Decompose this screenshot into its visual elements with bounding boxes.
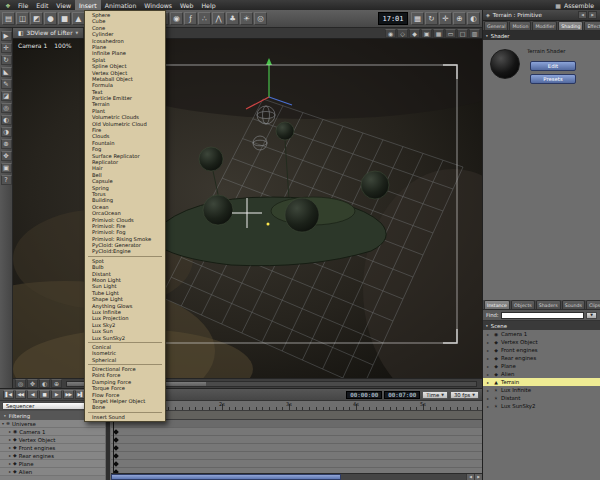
tab-effects[interactable]: Effects [584, 21, 600, 30]
tab-instance[interactable]: Instance [484, 300, 510, 309]
time-mode-dropdown[interactable]: Time ▼ [422, 391, 448, 399]
expand-icon[interactable]: ▸ [487, 372, 491, 377]
scroll-right-icon[interactable]: ▶ [474, 474, 482, 480]
find-filter-dropdown[interactable]: ▼ [586, 312, 597, 319]
insert-particle-emitter-icon[interactable]: ∴ [198, 12, 211, 25]
nav-forward-icon[interactable]: ▶ [588, 11, 597, 19]
insert-metaball-icon[interactable]: ◉ [170, 12, 183, 25]
app-logo-icon[interactable]: ❖ [2, 2, 14, 9]
expand-icon[interactable]: ▸ [9, 429, 11, 434]
go-start-icon[interactable]: ▌◀ [3, 390, 14, 399]
timeline-track[interactable] [111, 436, 482, 444]
scene-item[interactable]: ▸◆Alien [483, 370, 600, 378]
edit-shader-button[interactable]: Edit [530, 61, 576, 71]
zoom-tool-icon[interactable]: ⊕ [1, 139, 12, 149]
sequencer-item[interactable]: ▸◆Plane [0, 460, 105, 468]
fps-dropdown[interactable]: 30 fps ▼ [450, 391, 479, 399]
insert-formula-icon[interactable]: ƒ [184, 12, 197, 25]
viewport-tab[interactable]: ◧ 3DView of Lifter ▼ [13, 28, 84, 38]
shader-preview-sphere[interactable] [490, 49, 520, 79]
timeline-track[interactable] [111, 428, 482, 436]
sequencer-item[interactable]: ▸◆Rear engines [0, 452, 105, 460]
keyframe-marker[interactable] [113, 461, 119, 467]
scene-item[interactable]: ▸☀Lux Infinite [483, 386, 600, 394]
camera-label[interactable]: Camera 1 100% [18, 42, 71, 49]
shaded-mode-icon[interactable]: ◆ [409, 29, 420, 38]
camera-view-icon[interactable]: ◉ [385, 29, 396, 38]
scene-item[interactable]: ▸◆Vertex Object [483, 338, 600, 346]
horizontal-scrollbar[interactable]: ◀ ▶ [111, 473, 482, 480]
playhead[interactable] [113, 420, 114, 473]
vp-zoom-icon[interactable]: ⊕ [51, 379, 62, 388]
play-reverse-icon[interactable]: ◀ [27, 390, 38, 399]
nav-back-icon[interactable]: ◀ [578, 11, 587, 19]
tab-objects[interactable]: Objects [511, 300, 535, 309]
expand-icon[interactable]: ▸ [487, 348, 491, 353]
timeline-track[interactable] [111, 460, 482, 468]
keyframe-marker[interactable] [113, 437, 119, 443]
display-mode-icon[interactable]: ▣ [1, 163, 12, 173]
scrollbar-thumb[interactable] [111, 474, 341, 480]
insert-sphere-icon[interactable]: ● [44, 12, 57, 25]
scrollbar-track[interactable] [341, 474, 466, 480]
tab-sounds[interactable]: Sounds [562, 300, 585, 309]
find-input[interactable] [501, 312, 584, 319]
timeline-tracks[interactable]: ◀ ▶ [111, 420, 482, 480]
marker-strip[interactable] [111, 411, 482, 420]
insert-camera-icon[interactable]: ◎ [254, 12, 267, 25]
camera-dolly-icon[interactable]: ◑ [1, 127, 12, 137]
timeline-track[interactable] [111, 420, 482, 428]
keyframe-marker[interactable] [113, 429, 119, 435]
menu-windows[interactable]: Windows [140, 0, 176, 10]
sequencer-item[interactable]: ▸◆Front engines [0, 444, 105, 452]
render-icon[interactable]: ◩ [30, 12, 43, 25]
current-time-display[interactable]: 00:00:00 [346, 391, 382, 399]
menu-file[interactable]: File [14, 0, 32, 10]
play-icon[interactable]: ▶ [51, 390, 62, 399]
expand-icon[interactable]: ▸ [9, 461, 11, 466]
expand-icon[interactable]: ▸ [487, 404, 491, 409]
sequencer-item[interactable]: ▸◆Vertex Object [0, 436, 105, 444]
sequencer-item[interactable]: ▸◆Alien [0, 468, 105, 476]
tab-modifier[interactable]: Modifier [532, 21, 557, 30]
expand-icon[interactable]: ▸ [9, 437, 11, 442]
four-view-icon[interactable]: ▥ [469, 29, 480, 38]
vp-bank-icon[interactable]: ◐ [39, 379, 50, 388]
room-selector[interactable]: ▦ Assemble [555, 2, 598, 9]
prev-frame-icon[interactable]: ◀◀ [15, 390, 26, 399]
open-scene-icon[interactable]: ▤ [2, 12, 15, 25]
menu-help[interactable]: Help [197, 0, 219, 10]
scroll-left-icon[interactable]: ◀ [466, 474, 474, 480]
scene-item[interactable]: ▸◆Plane [483, 362, 600, 370]
timeline-track[interactable] [111, 452, 482, 460]
insert-terrain-icon[interactable]: ⋀ [212, 12, 225, 25]
insert-light-icon[interactable]: ☀ [240, 12, 253, 25]
camera-settings-icon[interactable]: ◐ [467, 12, 480, 25]
rotate-tool-icon[interactable]: ↻ [1, 55, 12, 65]
end-time-display[interactable]: 00:07:00 [384, 391, 420, 399]
scene-group-header[interactable]: ▾ Scene [483, 321, 600, 330]
preview-quality-icon[interactable]: ▦ [411, 12, 424, 25]
shader-section-header[interactable]: ▾ Shader [483, 31, 600, 40]
grid-toggle-icon[interactable]: ▦ [433, 29, 444, 38]
scene-item[interactable]: ▸☀Lux SunSky2 [483, 402, 600, 410]
insert-menu-item[interactable]: Spherical [85, 357, 165, 363]
expand-icon[interactable]: ▸ [487, 388, 491, 393]
pan-view-icon[interactable]: ✛ [439, 12, 452, 25]
pan-tool-icon[interactable]: ✥ [1, 151, 12, 161]
help-icon[interactable]: ? [1, 175, 12, 185]
expand-icon[interactable]: ▸ [9, 453, 11, 458]
keyframe-marker[interactable] [113, 453, 119, 459]
timeline-track[interactable] [111, 444, 482, 452]
vp-dolly-icon[interactable]: ◎ [15, 379, 26, 388]
tab-motion[interactable]: Motion [509, 21, 531, 30]
insert-menu-item[interactable]: PyCloid:Engine [85, 248, 165, 254]
textured-mode-icon[interactable]: ▣ [421, 29, 432, 38]
keyframe-marker[interactable] [113, 445, 119, 451]
paint-shape-icon[interactable]: ◪ [1, 91, 12, 101]
scene-item[interactable]: ▸◉Camera 1 [483, 330, 600, 338]
expand-icon[interactable]: ▸ [487, 364, 491, 369]
camera-bank-icon[interactable]: ◐ [1, 115, 12, 125]
expand-icon[interactable]: ▸ [487, 332, 491, 337]
single-view-icon[interactable]: □ [457, 29, 468, 38]
